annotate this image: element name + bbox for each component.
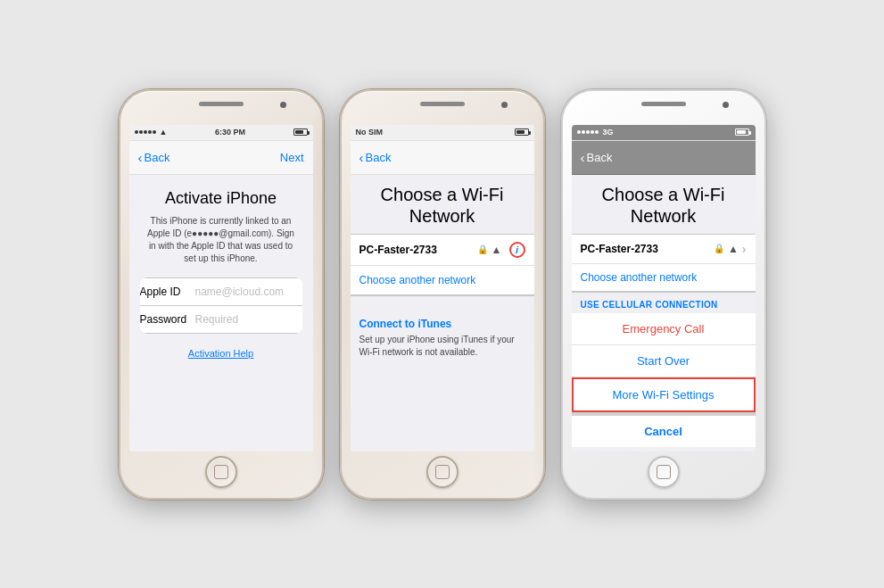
- password-row[interactable]: Password Required: [140, 305, 302, 334]
- wifi-signal-icon: ▲: [492, 244, 502, 256]
- chevron-right-icon: ›: [742, 242, 747, 256]
- screen1-content: ‹ Back Next Activate iPhone This iPhone …: [129, 141, 313, 451]
- iphone-2-bottom: [349, 451, 536, 489]
- home-button-1[interactable]: [205, 456, 237, 488]
- cancel-button[interactable]: Cancel: [572, 412, 756, 447]
- chevron-left-icon-2: ‹: [359, 150, 364, 165]
- wifi-icons-3: 🔒 ▲ ›: [714, 242, 747, 256]
- wifi-title-2: Choose a Wi-Fi Network: [351, 175, 534, 234]
- nav-bar-2: ‹ Back: [351, 141, 534, 175]
- screen-3: 3G ‹ Back Choose a Wi-Fi Network: [572, 125, 756, 451]
- 3g-indicator: 3G: [603, 128, 614, 137]
- screen3-content: ‹ Back Choose a Wi-Fi Network PC-Faster-…: [572, 141, 756, 451]
- wifi-title-3: Choose a Wi-Fi Network: [572, 175, 756, 234]
- speaker: [199, 102, 244, 106]
- home-button-3[interactable]: [648, 456, 680, 488]
- status-bar-2: No SIM: [351, 125, 534, 141]
- activate-body: Activate iPhone This iPhone is currently…: [129, 175, 313, 369]
- iphone-1-top: [128, 102, 315, 125]
- iphone-1-bottom: [128, 451, 315, 489]
- status-bar-3: 3G: [572, 125, 756, 141]
- iphone-3-top: [570, 102, 757, 125]
- form-section: Apple ID name@icloud.com Password Requir…: [140, 277, 302, 334]
- apple-id-input[interactable]: name@icloud.com: [195, 286, 302, 298]
- home-button-2[interactable]: [426, 456, 459, 488]
- iphone-1: ▲ 6:30 PM ‹ Back Next Activate iPhone Th…: [119, 89, 324, 500]
- chevron-left-icon-3: ‹: [581, 150, 585, 165]
- camera-3: [723, 102, 729, 108]
- cellular-label: Use Cellular Connection: [572, 293, 756, 313]
- no-sim-text: No SIM: [356, 128, 384, 137]
- activation-help[interactable]: Activation Help: [140, 344, 302, 360]
- time-display: 6:30 PM: [215, 128, 245, 137]
- battery-fill-2: [516, 130, 525, 134]
- wifi-network-name: PC-Faster-2733: [359, 244, 477, 256]
- wifi-icons: 🔒 ▲ i: [477, 242, 525, 258]
- screen-2: No SIM ‹ Back Choose a Wi-Fi Network: [351, 125, 534, 451]
- itunes-title[interactable]: Connect to iTunes: [351, 311, 534, 334]
- wifi-status: ▲: [160, 128, 168, 137]
- battery-2: [515, 128, 529, 136]
- speaker-2: [420, 102, 465, 106]
- battery-fill-3: [737, 130, 746, 134]
- apple-id-row[interactable]: Apple ID name@icloud.com: [140, 277, 302, 305]
- lock-icon: 🔒: [477, 244, 488, 254]
- lock-icon-3: 🔒: [714, 244, 724, 253]
- battery: [293, 128, 308, 136]
- battery-3: [735, 128, 749, 136]
- wifi-list-2: PC-Faster-2733 🔒 ▲ i Choose another netw…: [351, 234, 534, 296]
- signal-dots: [135, 130, 156, 134]
- status-bar-1: ▲ 6:30 PM: [129, 125, 313, 141]
- back-button-2[interactable]: ‹ Back: [359, 150, 392, 165]
- screen-1: ▲ 6:30 PM ‹ Back Next Activate iPhone Th…: [129, 125, 313, 451]
- signal-dots-3: [577, 130, 599, 134]
- activate-desc: This iPhone is currently linked to an Ap…: [140, 215, 302, 265]
- iphone-2: No SIM ‹ Back Choose a Wi-Fi Network: [340, 89, 545, 500]
- iphone-3: 3G ‹ Back Choose a Wi-Fi Network: [561, 89, 766, 500]
- next-button[interactable]: Next: [280, 151, 304, 164]
- choose-another-2[interactable]: Choose another network: [351, 266, 534, 295]
- wifi-signal-icon-3: ▲: [728, 243, 739, 255]
- back-button-1[interactable]: ‹ Back: [138, 150, 170, 165]
- back-button-3[interactable]: ‹ Back: [581, 150, 613, 165]
- wifi-network-row-3[interactable]: PC-Faster-2733 🔒 ▲ ›: [572, 235, 756, 264]
- chevron-left-icon: ‹: [138, 150, 143, 165]
- wifi-network-name-3: PC-Faster-2733: [581, 243, 714, 255]
- battery-fill: [295, 130, 303, 134]
- info-button[interactable]: i: [509, 242, 525, 258]
- more-wifi-button[interactable]: More Wi-Fi Settings: [572, 377, 756, 412]
- action-sheet: Emergency Call Start Over More Wi-Fi Set…: [572, 313, 756, 447]
- nav-bar-3: ‹ Back: [572, 141, 756, 175]
- apple-id-label: Apple ID: [140, 286, 195, 298]
- camera-2: [501, 102, 508, 108]
- password-label: Password: [140, 313, 195, 326]
- start-over-button[interactable]: Start Over: [572, 345, 756, 377]
- wifi-network-row[interactable]: PC-Faster-2733 🔒 ▲ i: [351, 235, 534, 266]
- activation-help-link[interactable]: Activation Help: [188, 348, 253, 359]
- password-input[interactable]: Required: [195, 313, 302, 326]
- emergency-call-button[interactable]: Emergency Call: [572, 313, 756, 345]
- choose-another-3[interactable]: Choose another network: [572, 264, 756, 292]
- camera: [280, 102, 286, 108]
- itunes-desc: Set up your iPhone using iTunes if your …: [351, 334, 534, 366]
- speaker-3: [641, 102, 686, 106]
- iphone-2-top: [349, 102, 536, 125]
- itunes-section: Connect to iTunes Set up your iPhone usi…: [351, 311, 534, 366]
- screen2-content: ‹ Back Choose a Wi-Fi Network PC-Faster-…: [351, 141, 534, 451]
- wifi-list-3: PC-Faster-2733 🔒 ▲ › Choose another netw…: [572, 234, 756, 293]
- nav-bar-1: ‹ Back Next: [129, 141, 313, 175]
- iphone-3-bottom: [570, 451, 757, 489]
- activate-title: Activate iPhone: [140, 189, 302, 208]
